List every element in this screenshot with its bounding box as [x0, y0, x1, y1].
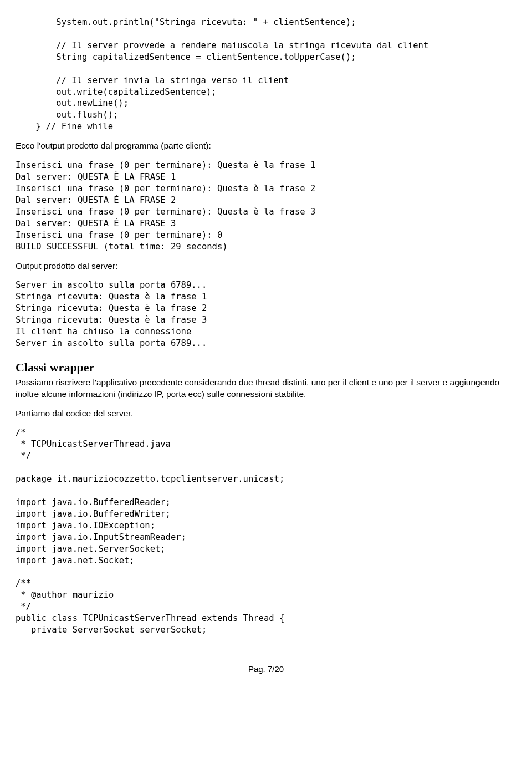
heading-classi-wrapper: Classi wrapper: [16, 359, 516, 376]
prose-server-output-intro: Output prodotto dal server:: [16, 261, 516, 272]
console-output-client: Inserisci una frase (0 per terminare): Q…: [16, 160, 516, 252]
code-block-server-thread: /* * TCPUnicastServerThread.java */ pack…: [16, 427, 516, 636]
console-output-server: Server in ascolto sulla porta 6789... St…: [16, 279, 516, 349]
code-block-server-loop: System.out.println("Stringa ricevuta: " …: [35, 17, 516, 133]
prose-server-code-intro: Partiamo dal codice del server.: [16, 408, 516, 420]
prose-client-output-intro: Ecco l'output prodotto dal programma (pa…: [16, 140, 516, 152]
prose-wrapper-intro: Possiamo riscrivere l'applicativo preced…: [16, 377, 516, 400]
page-number: Pag. 7/20: [16, 664, 516, 675]
